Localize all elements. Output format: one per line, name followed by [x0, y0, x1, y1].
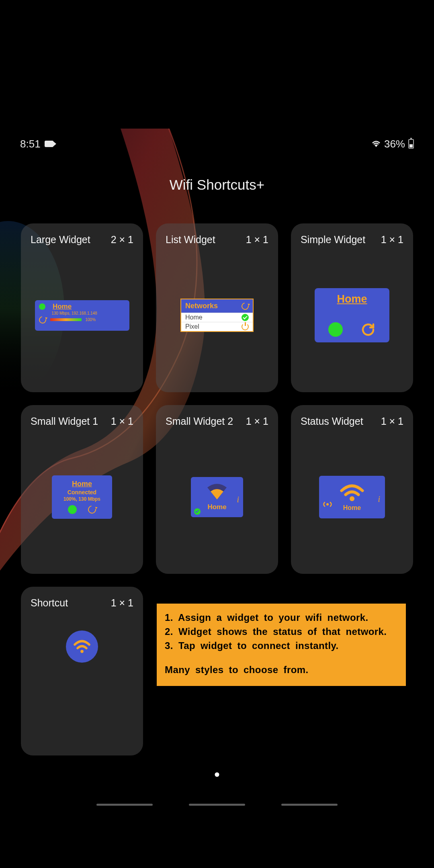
- widget-card-small2[interactable]: Small Widget 2 1 × 1 Home i: [156, 405, 278, 574]
- widget-card-shortcut[interactable]: Shortcut 1 × 1: [21, 587, 143, 755]
- info-step: Assign a widget to your wifi network.: [165, 611, 398, 625]
- widget-name: Simple Widget: [301, 234, 365, 246]
- network-name: Home: [337, 293, 367, 305]
- battery-icon: [408, 139, 414, 149]
- wifi-icon: [205, 483, 229, 501]
- widget-name: Large Widget: [31, 234, 90, 246]
- nav-recents[interactable]: [96, 804, 153, 806]
- power-icon: [242, 323, 249, 330]
- wifi-icon: [72, 639, 92, 655]
- small-widget-2-preview: Home i: [191, 477, 243, 517]
- network-name: Home: [207, 503, 226, 511]
- widget-name: Shortcut: [31, 597, 68, 609]
- large-widget-preview: Home 130 Mbps, 192.168.1.148 100%: [35, 300, 129, 331]
- svg-point-1: [326, 503, 329, 506]
- nav-home[interactable]: [189, 804, 245, 806]
- info-footer: Many styles to choose from.: [165, 663, 398, 677]
- check-icon: [242, 314, 249, 321]
- refresh-icon: [37, 315, 47, 325]
- network-name: Home: [53, 303, 72, 310]
- refresh-icon: [360, 321, 376, 338]
- page-title: Wifi Shortcuts+: [0, 177, 434, 193]
- status-widget-preview: Home i: [319, 476, 385, 518]
- list-widget-preview: Networks Home Pixel: [180, 299, 254, 332]
- page-indicator-dot[interactable]: [215, 772, 219, 777]
- signal-bar: [50, 318, 82, 321]
- widget-size: 2 × 1: [111, 234, 133, 246]
- wifi-icon: [371, 140, 381, 147]
- shortcut-preview: [66, 631, 98, 663]
- list-item: Home: [181, 313, 253, 322]
- info-step: Tap widget to connect instantly.: [165, 639, 398, 653]
- camera-icon: [45, 141, 53, 147]
- info-overlay: Assign a widget to your wifi network. Wi…: [157, 604, 406, 686]
- network-speed: 100%, 130 Mbps: [63, 496, 100, 502]
- widget-card-status[interactable]: Status Widget 1 × 1 Home i: [291, 405, 413, 574]
- status-dot-icon: [39, 303, 45, 310]
- network-name: Home: [343, 504, 361, 512]
- status-dot-icon: [68, 505, 77, 514]
- widget-name: Small Widget 1: [31, 416, 98, 427]
- widget-card-simple[interactable]: Simple Widget 1 × 1 Home: [291, 223, 413, 392]
- widget-size: 1 × 1: [246, 234, 268, 246]
- status-dot-icon: [328, 322, 343, 337]
- widget-name: Status Widget: [301, 416, 363, 427]
- nav-back[interactable]: [281, 804, 338, 806]
- list-header: Networks: [185, 302, 218, 310]
- network-status: Connected: [68, 489, 96, 495]
- check-icon: [194, 508, 201, 515]
- widget-name: List Widget: [166, 234, 215, 246]
- list-item: Pixel: [181, 322, 253, 331]
- widget-card-list[interactable]: List Widget 1 × 1 Networks Home Pixel: [156, 223, 278, 392]
- status-bar: 8:51 36%: [0, 136, 434, 152]
- status-time: 8:51: [20, 138, 41, 150]
- widget-size: 1 × 1: [381, 416, 403, 427]
- small-widget-1-preview: Home Connected 100%, 130 Mbps: [52, 475, 112, 519]
- info-icon: i: [237, 495, 239, 504]
- signal-percent: 100%: [86, 317, 96, 322]
- widget-size: 1 × 1: [381, 234, 403, 246]
- widget-size: 1 × 1: [111, 597, 133, 609]
- antenna-icon: [323, 500, 332, 509]
- simple-widget-preview: Home: [315, 288, 389, 342]
- network-details: 130 Mbps, 192.168.1.148: [52, 311, 125, 315]
- refresh-icon: [240, 301, 250, 311]
- navigation-bar: [0, 804, 434, 806]
- info-icon: i: [378, 495, 380, 504]
- widget-size: 1 × 1: [246, 416, 268, 427]
- widget-card-small1[interactable]: Small Widget 1 1 × 1 Home Connected 100%…: [21, 405, 143, 574]
- info-step: Widget shows the status of that network.: [165, 625, 398, 639]
- refresh-icon: [86, 504, 98, 515]
- widget-card-large[interactable]: Large Widget 2 × 1 Home 130 Mbps, 192.16…: [21, 223, 143, 392]
- widget-size: 1 × 1: [111, 416, 133, 427]
- battery-percent: 36%: [384, 138, 405, 150]
- widget-name: Small Widget 2: [166, 416, 233, 427]
- wifi-icon: [338, 483, 366, 502]
- network-name: Home: [72, 480, 92, 488]
